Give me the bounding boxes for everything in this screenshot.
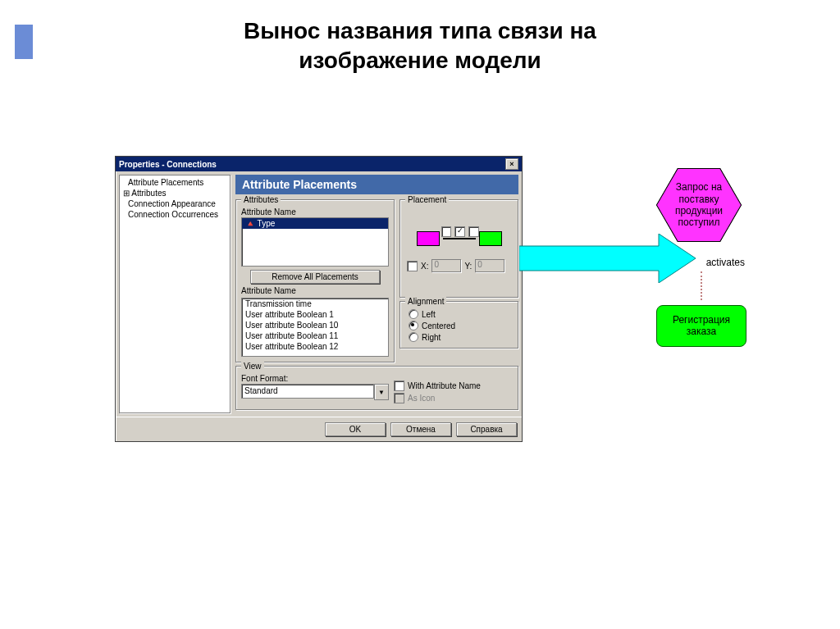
y-label: Y: [464, 262, 472, 271]
remove-all-placements-button[interactable]: Remove All Placements [250, 270, 380, 284]
close-icon: × [509, 160, 514, 168]
placement-checkbox-2[interactable] [454, 226, 465, 237]
with-attribute-name-label: With Attribute Name [408, 381, 481, 390]
font-format-combobox[interactable]: Standard ▼ [241, 384, 389, 400]
event-hexagon: Запрос на поставку продукции поступил [657, 169, 741, 241]
placement-shapes [405, 207, 513, 254]
attributes-groupbox: Attributes Attribute Name 🔺 Type Remove … [235, 199, 395, 362]
target-shape-icon [479, 231, 502, 246]
dialog-button-row: OK Отмена Справка [116, 417, 522, 441]
x-field[interactable]: 0 [431, 259, 461, 272]
tree-item-attribute-placements[interactable]: Attribute Placements [121, 177, 228, 188]
cancel-button[interactable]: Отмена [390, 422, 451, 436]
list-item-type[interactable]: 🔺 Type [242, 218, 388, 229]
view-group-label: View [241, 362, 264, 371]
source-shape-icon [417, 231, 440, 246]
right-panel: Attribute Placements Attributes Attribut… [235, 175, 518, 413]
title-line-1: Вынос названия типа связи на [244, 18, 596, 43]
placement-groupbox: Placement [399, 199, 518, 298]
placement-checkbox-1[interactable] [441, 226, 452, 237]
dashed-connector-icon [701, 271, 703, 300]
list-item[interactable]: User attribute Boolean 11 [242, 330, 388, 341]
tree-item-connection-appearance[interactable]: Connection Appearance [121, 198, 228, 209]
available-attributes-list[interactable]: Transmission time User attribute Boolean… [241, 298, 389, 357]
align-right-row[interactable]: Right [405, 331, 513, 343]
alignment-group-label: Alignment [405, 297, 446, 306]
x-label: X: [421, 262, 428, 271]
align-right-label: Right [422, 333, 441, 342]
as-icon-checkbox [394, 393, 404, 403]
attributes-group-label: Attributes [241, 195, 281, 204]
dialog-title-text: Properties - Connections [119, 160, 217, 169]
close-button[interactable]: × [505, 158, 518, 170]
placed-attributes-list[interactable]: 🔺 Type [241, 217, 389, 267]
dialog-body: Attribute Placements ⊞ Attributes Connec… [116, 171, 522, 417]
align-center-row[interactable]: Centered [405, 320, 513, 331]
align-left-row[interactable]: Left [405, 308, 513, 320]
panel-header: Attribute Placements [235, 175, 518, 194]
tree-item-attributes[interactable]: ⊞ Attributes [121, 188, 228, 198]
alignment-groupbox: Alignment Left Centered Right [399, 301, 518, 349]
nav-tree[interactable]: Attribute Placements ⊞ Attributes Connec… [119, 175, 231, 413]
list-item[interactable]: Transmission time [242, 299, 388, 309]
model-diagram: Запрос на поставку продукции поступил ac… [656, 168, 746, 347]
font-format-label: Font Format: [241, 373, 389, 384]
radio-right[interactable] [409, 332, 418, 342]
with-attribute-name-checkbox[interactable] [394, 381, 404, 391]
list-item[interactable]: User attribute Boolean 12 [242, 341, 388, 352]
radio-left[interactable] [409, 309, 418, 319]
list-item[interactable]: User attribute Boolean 10 [242, 320, 388, 330]
attribute-name-label-bottom: Attribute Name [241, 285, 389, 296]
title-line-2: изображение модели [299, 48, 541, 73]
y-field[interactable]: 0 [475, 259, 504, 272]
xy-enable-checkbox[interactable] [407, 261, 418, 271]
help-button[interactable]: Справка [456, 422, 517, 436]
properties-dialog: Properties - Connections × Attribute Pla… [115, 156, 523, 442]
function-box: Регистрация заказа [656, 305, 746, 347]
ok-button[interactable]: OK [325, 422, 386, 436]
combobox-dropdown-button[interactable]: ▼ [374, 384, 389, 400]
slide-title: Вынос названия типа связи на изображение… [0, 16, 840, 76]
chevron-down-icon: ▼ [378, 389, 385, 396]
tree-item-connection-occurrences[interactable]: Connection Occurrences [121, 209, 228, 220]
font-format-value[interactable]: Standard [241, 384, 374, 399]
view-groupbox: View Font Format: Standard ▼ [235, 366, 518, 410]
connector-icon [443, 238, 476, 239]
placement-group-label: Placement [405, 195, 449, 204]
align-center-label: Centered [422, 321, 455, 330]
radio-centered[interactable] [409, 321, 418, 330]
as-icon-label: As Icon [408, 394, 435, 403]
placement-checkbox-3[interactable] [468, 226, 479, 237]
align-left-label: Left [422, 310, 436, 319]
activates-label: activates [656, 242, 746, 271]
attribute-name-label-top: Attribute Name [241, 207, 389, 217]
slide-accent [15, 25, 33, 59]
list-item[interactable]: User attribute Boolean 1 [242, 309, 388, 320]
dialog-titlebar: Properties - Connections × [116, 157, 522, 171]
